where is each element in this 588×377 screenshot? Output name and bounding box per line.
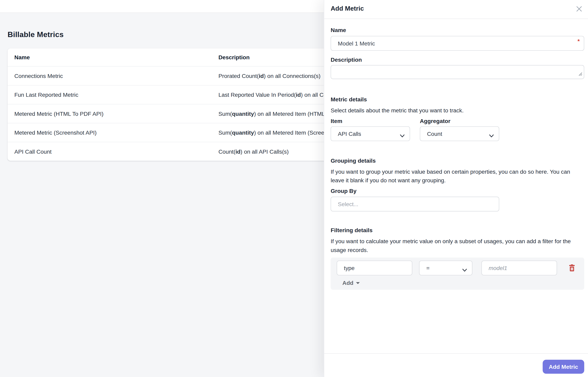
resize-handle-icon[interactable] [579, 71, 582, 78]
group-by-label: Group By [331, 188, 584, 194]
filter-key-value: type [344, 265, 355, 271]
filter-box: type = model1 [331, 258, 584, 290]
name-field-wrap: Model 1 Metric * [331, 36, 584, 51]
description-textarea[interactable] [331, 65, 584, 79]
metric-name-cell: API Call Count [8, 148, 219, 155]
description-label: Description [331, 56, 584, 63]
metric-details-labels: Item Aggregator [331, 118, 584, 124]
required-asterisk: * [577, 38, 580, 44]
add-filter-dropdown[interactable]: Add [342, 279, 584, 286]
group-by-placeholder: Select... [338, 201, 358, 207]
filtering-details-heading: Filtering details [331, 227, 584, 233]
grouping-details-heading: Grouping details [331, 157, 584, 164]
add-filter-label: Add [342, 279, 353, 286]
filter-row: type = model1 [337, 261, 584, 275]
group-by-select[interactable]: Select... [331, 197, 499, 212]
add-metric-submit-button[interactable]: Add Metric [543, 360, 584, 374]
metric-name-cell: Connections Metric [8, 73, 219, 79]
filter-value-input[interactable]: model1 [482, 261, 557, 275]
drawer-header: Add Metric [324, 0, 588, 19]
screen: Billable Metrics Name Description Connec… [0, 0, 588, 377]
chevron-down-icon [400, 132, 405, 139]
drawer-body: Name Model 1 Metric * Description Metric… [324, 19, 588, 354]
name-input-value: Model 1 Metric [338, 40, 375, 47]
chevron-down-icon [462, 267, 467, 273]
drawer-footer: Add Metric [324, 353, 588, 377]
page-title: Billable Metrics [8, 30, 64, 39]
metric-name-cell: Metered Metric (HTML To PDF API) [8, 110, 219, 117]
name-label: Name [331, 27, 584, 33]
name-input[interactable]: Model 1 Metric [331, 36, 584, 51]
caret-down-icon [356, 282, 360, 284]
close-icon[interactable] [574, 4, 583, 13]
column-header-name: Name [8, 54, 219, 60]
filter-key-input[interactable]: type [337, 261, 412, 275]
metric-name-cell: Metered Metric (Screenshot API) [8, 130, 219, 136]
metric-details-subtext: Select details about the metric that you… [331, 106, 584, 115]
filter-operator-select[interactable]: = [419, 261, 472, 275]
drawer-title: Add Metric [331, 5, 364, 13]
item-label: Item [331, 118, 410, 124]
metric-name-cell: Fun Last Reported Metric [8, 92, 219, 98]
item-select-value: API Calls [338, 130, 361, 137]
filter-value-placeholder: model1 [488, 265, 507, 271]
add-metric-drawer: Add Metric Name Model 1 Metric * Descrip… [324, 0, 588, 377]
filter-operator-value: = [426, 265, 430, 271]
aggregator-label: Aggregator [420, 118, 499, 124]
metric-details-heading: Metric details [331, 96, 584, 103]
item-select[interactable]: API Calls [331, 126, 410, 141]
metric-details-selects: API Calls Count [331, 126, 584, 141]
filtering-details-subtext: If you want to calculate your metric val… [331, 237, 584, 254]
grouping-details-subtext: If you want to group your metric value b… [331, 167, 584, 185]
aggregator-select[interactable]: Count [420, 126, 499, 141]
chevron-down-icon [489, 132, 494, 139]
trash-icon[interactable] [569, 264, 575, 273]
aggregator-select-value: Count [427, 130, 442, 137]
